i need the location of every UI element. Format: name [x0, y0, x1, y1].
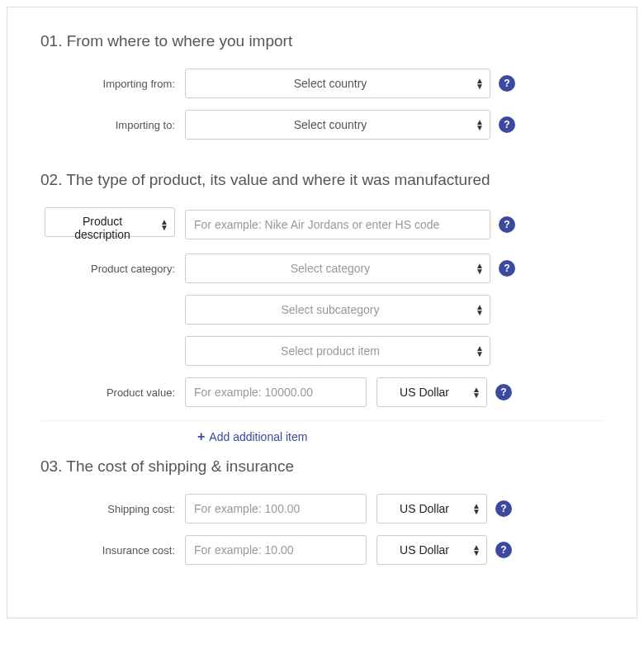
row-shipping-cost: Shipping cost: US Dollar ▲▼ ?	[40, 494, 604, 524]
label-importing-from: Importing from:	[40, 78, 185, 90]
input-shipping-cost[interactable]	[185, 494, 367, 524]
input-product-description[interactable]	[185, 210, 490, 239]
label-shipping-cost: Shipping cost:	[40, 503, 185, 515]
select-product-category[interactable]: Select category	[185, 253, 490, 283]
label-importing-to: Importing to:	[40, 119, 185, 131]
help-icon[interactable]: ?	[495, 500, 512, 517]
row-product-item: Select product item ▲▼	[40, 336, 604, 366]
label-product-value: Product value:	[40, 386, 185, 399]
row-importing-from: Importing from: Select country ▲▼ ?	[40, 69, 604, 98]
label-product-category: Product category:	[40, 263, 185, 275]
help-icon[interactable]: ?	[499, 216, 515, 233]
add-item-button[interactable]: + Add additional item	[197, 429, 307, 444]
help-icon[interactable]: ?	[499, 75, 515, 92]
row-product-value: Product value: US Dollar ▲▼ ?	[40, 377, 604, 407]
select-importing-from[interactable]: Select country	[185, 69, 490, 98]
help-icon[interactable]: ?	[499, 116, 515, 133]
section-shipping: 03. The cost of shipping & insurance Shi…	[40, 457, 604, 565]
help-icon[interactable]: ?	[495, 542, 512, 558]
form-container: 01. From where to where you import Impor…	[7, 7, 637, 618]
help-icon[interactable]: ?	[499, 260, 515, 277]
row-product-category: Product category: Select category ▲▼ ?	[40, 253, 604, 283]
row-product-description: Product description ▲▼ ?	[40, 207, 604, 242]
select-product-subcategory[interactable]: Select subcategory	[185, 295, 490, 325]
add-item-label: Add additional item	[209, 430, 307, 443]
select-description-type[interactable]: Product description	[45, 207, 175, 237]
select-product-item[interactable]: Select product item	[185, 336, 490, 366]
input-product-value[interactable]	[185, 377, 367, 407]
row-insurance-cost: Insurance cost: US Dollar ▲▼ ?	[40, 535, 604, 565]
section-product: 02. The type of product, its value and w…	[40, 171, 604, 444]
input-insurance-cost[interactable]	[185, 535, 367, 565]
section-title-03: 03. The cost of shipping & insurance	[40, 457, 604, 476]
help-icon[interactable]: ?	[495, 384, 512, 400]
select-product-value-currency[interactable]: US Dollar	[376, 377, 487, 407]
section-title-01: 01. From where to where you import	[40, 32, 604, 50]
row-importing-to: Importing to: Select country ▲▼ ?	[40, 110, 604, 140]
select-shipping-currency[interactable]: US Dollar	[376, 494, 487, 524]
label-insurance-cost: Insurance cost:	[40, 544, 185, 557]
row-product-subcategory: Select subcategory ▲▼	[40, 295, 604, 325]
section-title-02: 02. The type of product, its value and w…	[40, 171, 604, 189]
select-insurance-currency[interactable]: US Dollar	[376, 535, 487, 565]
section-routing: 01. From where to where you import Impor…	[40, 32, 604, 140]
plus-icon: +	[197, 429, 205, 444]
divider	[40, 420, 604, 421]
select-importing-to[interactable]: Select country	[185, 110, 490, 140]
